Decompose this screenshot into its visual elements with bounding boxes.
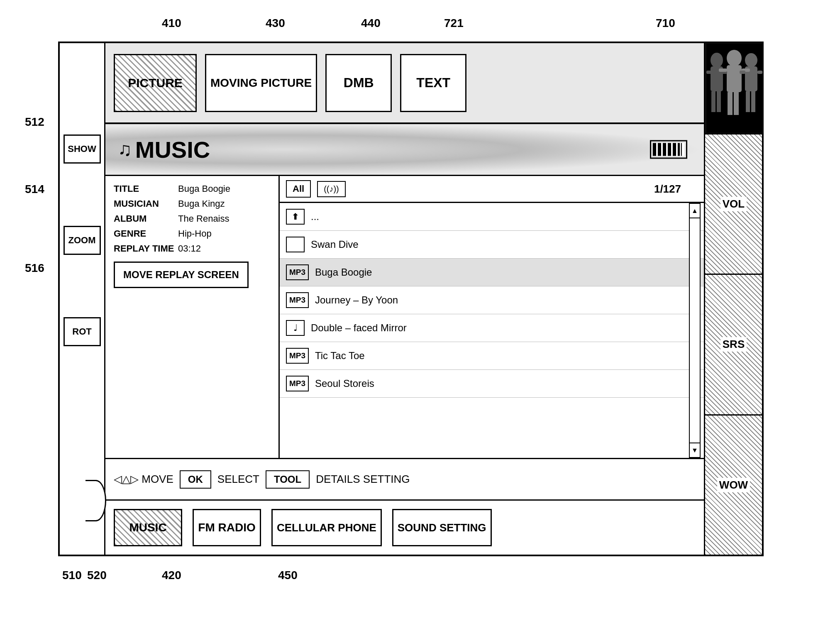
playlist-item-5[interactable]: ♩ Double – faced Mirror — [280, 314, 704, 342]
wow-btn[interactable]: WOW — [705, 416, 762, 555]
ref-440: 440 — [361, 17, 381, 30]
top-tabs-row: PICTURE MOVING PICTURE DMB TEXT — [105, 43, 704, 124]
replay-value: 03:12 — [178, 243, 201, 254]
item-badge-music: ♩ — [286, 320, 305, 336]
sound-btn[interactable]: ((♪)) — [317, 181, 346, 197]
svg-rect-7 — [728, 92, 733, 115]
all-btn[interactable]: All — [286, 180, 311, 198]
item-text-4: Journey – By Yoon — [315, 294, 398, 306]
playlist-item-1[interactable]: ⬆ ... — [280, 203, 704, 231]
svg-point-5 — [727, 50, 742, 66]
ref-450: 450 — [278, 569, 298, 582]
item-text-7: Seoul Storeis — [315, 378, 374, 389]
scroll-down-btn[interactable]: ▼ — [690, 443, 700, 457]
svg-rect-11 — [746, 91, 750, 112]
playlist-item-6[interactable]: MP3 Tic Tac Toe — [280, 342, 704, 370]
photo-area — [705, 43, 763, 134]
cellular-phone-tab[interactable]: CELLULAR PHONE — [271, 509, 382, 546]
playlist-item-3[interactable]: MP3 Buga Boogie — [280, 259, 704, 286]
item-badge-mp3-1: MP3 — [286, 264, 309, 280]
svg-rect-4 — [717, 91, 721, 112]
item-badge-mp3-3: MP3 — [286, 348, 309, 364]
svg-rect-15 — [719, 68, 727, 72]
album-value: The Renaiss — [178, 213, 230, 224]
musician-row: MUSICIAN Buga Kingz — [114, 198, 270, 209]
bottom-tabs-row: MUSIC FM RADIO CELLULAR PHONE SOUND SETT… — [105, 501, 704, 555]
playlist-header: All ((♪)) 1/127 — [280, 176, 704, 203]
scroll-track — [690, 218, 700, 443]
middle-section: TITLE Buga Boogie MUSICIAN Buga Kingz AL… — [105, 176, 704, 459]
item-badge-mp3-4: MP3 — [286, 376, 309, 391]
sidebar-curve — [85, 480, 106, 521]
musician-label: MUSICIAN — [114, 198, 178, 209]
album-label: ALBUM — [114, 213, 178, 224]
srs-btn[interactable]: SRS — [705, 275, 762, 415]
ref-512: 512 — [25, 115, 44, 129]
genre-row: GENRE Hip-Hop — [114, 228, 270, 239]
ok-btn[interactable]: OK — [180, 470, 211, 489]
picture-tab[interactable]: PICTURE — [114, 54, 197, 112]
replay-label: REPLAY TIME — [114, 243, 178, 254]
ref-721: 721 — [444, 17, 464, 30]
item-badge-arrow: ⬆ — [286, 209, 305, 225]
main-content: PICTURE MOVING PICTURE DMB TEXT ♫ MUSIC — [105, 43, 704, 555]
status-bar: ◁△▷ MOVE OK SELECT TOOL DETAILS SETTING — [105, 459, 704, 501]
svg-rect-17 — [740, 71, 745, 74]
ref-420: 420 — [162, 569, 181, 582]
playlist-item-4[interactable]: MP3 Journey – By Yoon — [280, 286, 704, 314]
scrollbar[interactable]: ▲ ▼ — [689, 203, 701, 458]
genre-value: Hip-Hop — [178, 228, 212, 239]
right-sidebar: VOL SRS WOW — [704, 43, 762, 555]
music-header: ♫ MUSIC — [105, 124, 704, 176]
svg-point-9 — [745, 53, 757, 67]
ref-520: 520 — [87, 569, 107, 582]
left-sidebar: SHOW ZOOM ROT — [60, 43, 105, 555]
sidebar-rot-btn[interactable]: ROT — [63, 317, 101, 346]
svg-rect-18 — [757, 71, 762, 74]
item-text-3: Buga Boogie — [315, 267, 372, 278]
music-bottom-tab[interactable]: MUSIC — [114, 509, 182, 546]
sound-setting-tab[interactable]: SOUND SETTING — [392, 509, 492, 546]
item-text-2: Swan Dive — [311, 239, 359, 250]
fm-radio-tab[interactable]: FM RADIO — [193, 509, 261, 546]
svg-rect-12 — [751, 91, 755, 112]
music-note-icon: ♫ — [118, 139, 132, 160]
playlist-item-7[interactable]: MP3 Seoul Storeis — [280, 370, 704, 398]
svg-rect-3 — [711, 91, 715, 112]
item-badge-blank — [286, 237, 305, 252]
item-text-6: Tic Tac Toe — [315, 350, 365, 362]
title-label: TITLE — [114, 183, 178, 194]
ref-516: 516 — [25, 262, 44, 275]
title-value: Buga Boogie — [178, 183, 230, 194]
moving-picture-tab[interactable]: MOVING PICTURE — [205, 54, 317, 112]
main-border: SHOW ZOOM ROT — [58, 42, 764, 556]
people-silhouette — [706, 44, 762, 133]
music-logo: ♫ MUSIC — [105, 132, 222, 167]
move-replay-btn[interactable]: MOVE REPLAY SCREEN — [114, 262, 249, 288]
vol-btn[interactable]: VOL — [705, 134, 762, 275]
scroll-up-btn[interactable]: ▲ — [690, 204, 700, 218]
ref-514: 514 — [25, 183, 44, 196]
playlist-item-2[interactable]: Swan Dive — [280, 231, 704, 259]
replay-row: REPLAY TIME 03:12 — [114, 243, 270, 254]
playlist-panel: All ((♪)) 1/127 ⬆ ... — [280, 176, 704, 458]
sidebar-zoom-btn[interactable]: ZOOM — [63, 226, 101, 255]
music-title: MUSIC — [135, 136, 210, 163]
track-count: 1/127 — [654, 183, 681, 196]
tool-btn[interactable]: TOOL — [266, 470, 310, 489]
text-tab[interactable]: TEXT — [400, 54, 466, 112]
playlist-items: ⬆ ... Swan Dive MP3 Buga Boogie — [280, 203, 704, 458]
dmb-tab[interactable]: DMB — [325, 54, 392, 112]
ref-510: 510 — [62, 569, 82, 582]
ref-430: 430 — [266, 17, 285, 30]
details-text: DETAILS SETTING — [316, 473, 410, 486]
battery-icon — [650, 140, 687, 159]
item-badge-mp3-2: MP3 — [286, 292, 309, 308]
move-text: ◁△▷ MOVE — [114, 473, 173, 486]
ref-410: 410 — [162, 17, 181, 30]
sidebar-show-btn[interactable]: SHOW — [63, 134, 101, 164]
track-info-panel: TITLE Buga Boogie MUSICIAN Buga Kingz AL… — [105, 176, 280, 458]
musician-value: Buga Kingz — [178, 198, 225, 209]
album-row: ALBUM The Renaiss — [114, 213, 270, 224]
genre-label: GENRE — [114, 228, 178, 239]
